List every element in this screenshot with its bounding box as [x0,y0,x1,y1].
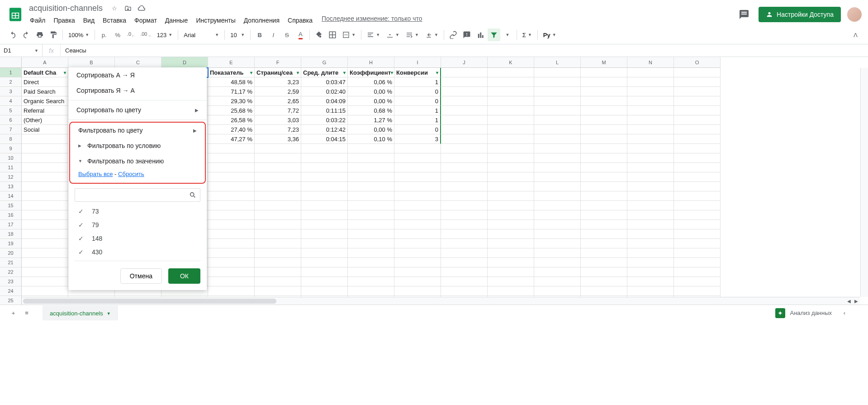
empty-cell[interactable] [627,239,674,248]
data-cell[interactable]: 1 [394,115,441,125]
empty-cell[interactable] [488,96,534,106]
increase-decimal-button[interactable]: .00→ [138,29,153,41]
empty-cell[interactable] [255,220,301,229]
collapse-toolbar-button[interactable]: ᐱ [849,29,862,41]
empty-cell[interactable] [581,96,627,106]
empty-cell[interactable] [348,229,394,239]
column-header[interactable]: J [441,57,488,68]
column-data-header[interactable]: Коэффициент▾ [348,68,394,77]
link-button[interactable] [447,29,460,41]
empty-cell[interactable] [534,172,581,182]
font-size-select[interactable]: 10▼ [228,29,247,41]
data-cell[interactable]: Social [22,125,68,134]
filter-by-condition[interactable]: ▶Фильтровать по условию [70,138,205,153]
empty-cell[interactable] [534,134,581,144]
empty-cell[interactable] [255,153,301,163]
empty-cell[interactable] [441,96,488,106]
empty-cell[interactable] [627,153,674,163]
data-cell[interactable]: 26,58 % [208,115,255,125]
column-header[interactable]: B [68,57,115,68]
empty-cell[interactable] [22,239,68,248]
empty-cell[interactable] [255,267,301,277]
empty-cell[interactable] [674,277,721,286]
empty-cell[interactable] [581,77,627,87]
data-cell[interactable]: Paid Search [22,87,68,96]
empty-cell[interactable] [208,144,255,153]
column-header[interactable]: I [394,57,441,68]
zoom-select[interactable]: 100%▼ [66,29,92,41]
data-cell[interactable]: 1 [394,77,441,87]
menu-file[interactable]: Файл [26,15,49,26]
filter-by-color[interactable]: Фильтровать по цвету▶ [70,123,205,138]
row-header[interactable]: 21 [0,258,22,267]
comments-button[interactable] [736,6,752,23]
empty-cell[interactable] [208,191,255,201]
filter-icon[interactable]: ▾ [64,68,66,77]
empty-cell[interactable] [534,115,581,125]
data-cell[interactable]: 0 [394,125,441,134]
empty-cell[interactable] [441,77,488,87]
empty-cell[interactable] [441,172,488,182]
italic-button[interactable]: I [267,29,280,41]
empty-cell[interactable] [488,182,534,191]
empty-cell[interactable] [488,153,534,163]
add-sheet-button[interactable]: ＋ [6,306,20,320]
empty-cell[interactable] [441,267,488,277]
print-button[interactable] [33,29,46,41]
data-cell[interactable]: 7,23 [255,125,301,134]
percent-button[interactable]: % [111,29,124,41]
empty-cell[interactable] [301,258,348,267]
column-header[interactable]: M [581,57,627,68]
row-header[interactable]: 23 [0,277,22,286]
empty-cell[interactable] [255,248,301,258]
empty-cell[interactable] [581,220,627,229]
empty-cell[interactable] [301,220,348,229]
empty-cell[interactable] [581,115,627,125]
empty-cell[interactable] [581,144,627,153]
empty-cell[interactable] [488,87,534,96]
select-all-corner[interactable] [0,57,22,68]
empty-cell[interactable] [674,134,721,144]
empty-cell[interactable] [22,153,68,163]
empty-cell[interactable] [208,220,255,229]
data-cell[interactable]: 0,06 % [348,77,394,87]
empty-cell[interactable] [441,106,488,115]
empty-cell[interactable] [348,153,394,163]
empty-cell[interactable] [581,248,627,258]
empty-cell[interactable] [22,182,68,191]
empty-cell[interactable] [348,286,394,296]
menu-tools[interactable]: Инструменты [192,15,239,26]
filter-icon[interactable]: ▾ [250,68,252,77]
empty-cell[interactable] [348,258,394,267]
comment-button[interactable] [460,29,473,41]
empty-cell[interactable] [534,68,581,77]
filter-value-item[interactable]: ✓79 [75,218,200,232]
empty-cell[interactable] [22,229,68,239]
data-cell[interactable]: 48,58 % [208,77,255,87]
borders-button[interactable] [326,29,339,41]
empty-cell[interactable] [301,286,348,296]
v-align-button[interactable]: ▼ [384,29,402,41]
row-header[interactable]: 9 [0,144,22,153]
empty-cell[interactable] [581,258,627,267]
data-cell[interactable]: 3 [394,134,441,144]
column-header[interactable]: L [534,57,581,68]
empty-cell[interactable] [627,172,674,182]
column-header[interactable]: E [208,57,255,68]
data-cell[interactable]: 0,00 % [348,96,394,106]
row-header[interactable]: 4 [0,96,22,106]
redo-button[interactable] [20,29,33,41]
empty-cell[interactable] [627,191,674,201]
empty-cell[interactable] [348,201,394,210]
sheets-logo[interactable] [6,5,24,24]
sheet-tab[interactable]: acquisition-channels▼ [43,305,118,320]
empty-cell[interactable] [581,125,627,134]
empty-cell[interactable] [22,286,68,296]
empty-cell[interactable] [534,248,581,258]
formula-input[interactable]: Сеансы [61,47,868,54]
row-header[interactable]: 3 [0,87,22,96]
empty-cell[interactable] [208,201,255,210]
empty-cell[interactable] [208,229,255,239]
empty-cell[interactable] [394,220,441,229]
horizontal-scrollbar[interactable]: ◀▶ [22,297,860,305]
